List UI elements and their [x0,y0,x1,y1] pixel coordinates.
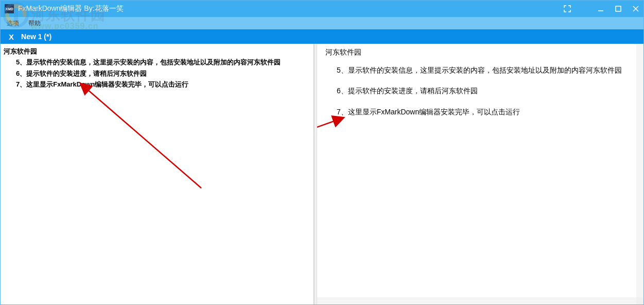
annotation-arrow-left [78,80,212,198]
close-button[interactable] [631,4,640,13]
titlebar: XMD FxMarkDown编辑器 By:花落一笑 [1,1,643,17]
scrollbar-horizontal[interactable] [317,297,636,304]
minimize-button[interactable] [596,4,605,13]
tabbar: X New 1 (*) [1,29,643,44]
maximize-button[interactable] [614,4,623,13]
preview-item-7: 7、这里显示FxMarkDown编辑器安装完毕，可以点击运行 [325,106,635,117]
scrollbar-corner [636,297,643,304]
content-area: 河东软件园 5、显示软件的安装信息，这里提示安装的内容，包括安装地址以及附加的内… [1,44,643,304]
app-icon: XMD [5,4,14,13]
editor-line-7: 7、这里显示FxMarkDown编辑器安装完毕，可以点击运行 [4,79,314,90]
preview-heading: 河东软件园 [325,48,635,57]
editor-heading: 河东软件园 [4,47,314,56]
menu-options[interactable]: 选项 [7,19,19,28]
editor-line-5: 5、显示软件的安装信息，这里提示安装的内容，包括安装地址以及附加的内容河东软件园 [4,57,314,68]
preview-item-5: 5、显示软件的安装信息，这里提示安装的内容，包括安装地址以及附加的内容河东软件园 [325,64,635,76]
editor-pane[interactable]: 河东软件园 5、显示软件的安装信息，这里提示安装的内容，包括安装地址以及附加的内… [1,44,314,304]
svg-rect-3 [616,6,621,11]
svg-line-7 [317,118,343,143]
preview-item-6: 6、提示软件的安装进度，请稍后河东软件园 [325,85,635,96]
menu-help[interactable]: 帮助 [28,19,41,28]
editor-line-6: 6、提示软件的安装进度，请稍后河东软件园 [4,68,314,79]
scrollbar-vertical[interactable] [636,44,643,304]
menubar: 选项 帮助 [1,17,643,29]
preview-pane: 河东软件园 5、显示软件的安装信息，这里提示安装的内容，包括安装地址以及附加的内… [317,44,643,304]
fullscreen-icon[interactable] [563,1,571,17]
window-title: FxMarkDown编辑器 By:花落一笑 [18,4,124,13]
tab-close-button[interactable]: X [9,32,14,41]
svg-line-6 [87,89,201,188]
tab-label[interactable]: New 1 (*) [21,32,51,41]
